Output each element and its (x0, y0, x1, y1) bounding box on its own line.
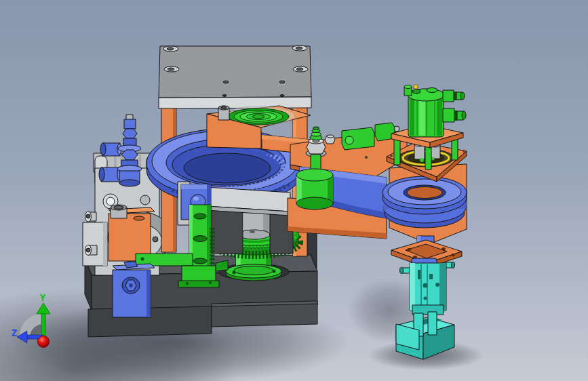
origin-ball[interactable] (38, 336, 50, 348)
air-fitting[interactable] (443, 108, 466, 122)
z-axis-label: Z (12, 327, 17, 338)
y-axis-label: Y (40, 292, 46, 303)
spline-shaft-top (218, 106, 229, 120)
rotary-actuator[interactable] (404, 85, 466, 137)
mounting-plate[interactable] (159, 45, 311, 108)
indicator-dot (414, 85, 418, 89)
air-fitting[interactable] (443, 90, 465, 102)
socket-screw[interactable] (85, 212, 97, 222)
wrist-pulley[interactable] (383, 176, 467, 228)
socket-screw[interactable] (85, 245, 98, 256)
hex-nut-small (325, 135, 335, 144)
pneumatic-fittings[interactable] (99, 115, 142, 186)
hex-nut (306, 138, 326, 157)
ribbed-cap (310, 127, 322, 140)
cad-viewport[interactable]: Y Z (0, 0, 588, 381)
